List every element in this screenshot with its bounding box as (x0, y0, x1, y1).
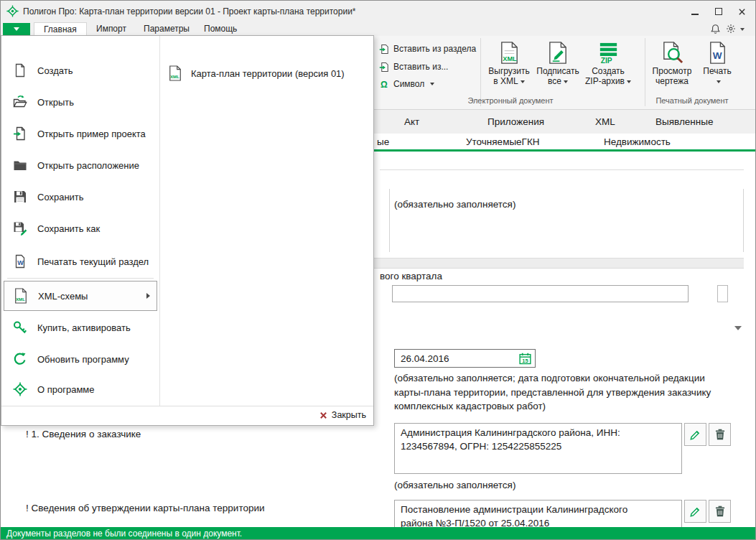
pencil-icon (689, 506, 701, 518)
label-line1: Подписать (536, 66, 579, 76)
group-label-electronic-document: Электронный документ (460, 96, 561, 105)
edit-customer-button[interactable] (684, 423, 706, 446)
approval-input[interactable]: Постановление администрации Калининградс… (394, 500, 682, 527)
label-line1: Создать (592, 66, 625, 76)
tab-clarified-gkn[interactable]: УточняемыеГКН (466, 136, 540, 147)
sign-document-icon (546, 41, 570, 65)
bell-icon[interactable] (710, 24, 721, 34)
ribbon-tab-home[interactable]: Главная (34, 22, 87, 36)
save-as-icon (13, 221, 27, 236)
zip-icon-label: ZIP (600, 57, 612, 65)
menu-item-about[interactable]: О программе (4, 373, 157, 405)
button-label: Просмотр чертежа (653, 66, 692, 86)
scroll-down-arrow-icon[interactable] (734, 326, 742, 330)
save-icon (13, 190, 27, 204)
submenu-item-map-plan[interactable]: XML Карта-план территории (версия 01) (168, 57, 369, 89)
dropdown-arrow-icon (521, 80, 525, 83)
export-xml-button[interactable]: XML Выгрузить в XML (486, 38, 532, 94)
tab-xml[interactable]: XML (595, 116, 615, 127)
menu-item-buy-activate[interactable]: Купить, активировать (4, 312, 157, 343)
calendar-icon[interactable]: 15 (519, 353, 531, 365)
xml-icon-label: XML (170, 74, 179, 79)
menu-item-open-location[interactable]: Открыть расположение (4, 149, 157, 181)
label-line1: Просмотр (653, 66, 692, 76)
button-label: Вставить из раздела (393, 44, 476, 54)
menu-item-print-current-section[interactable]: W Печатать текущий раздел (4, 246, 157, 277)
close-button[interactable] (730, 1, 754, 22)
gear-icon[interactable] (726, 24, 736, 34)
required-hint: (обязательно заполняется) (394, 199, 515, 210)
tab-real-estate[interactable]: Недвижимость (604, 136, 671, 147)
paste-from-button[interactable]: Вставить из... (379, 60, 448, 74)
tab-attachments[interactable]: Приложения (487, 116, 544, 127)
menu-item-xml-schemas[interactable]: XML XML-схемы (4, 281, 157, 311)
minimize-button[interactable] (683, 1, 706, 22)
window-title: Полигон Про: Карта-план территории верси… (23, 6, 356, 17)
menu-item-label: О программе (37, 384, 95, 395)
required-hint: (обязательно заполняется) (394, 480, 515, 490)
close-x-icon (319, 411, 327, 419)
group-label-printed-document: Печатный документ (642, 96, 742, 105)
delete-approval-button[interactable] (709, 500, 731, 523)
menu-item-open[interactable]: Открыть (4, 86, 157, 118)
divider (380, 169, 744, 170)
quarter-input[interactable] (392, 285, 689, 302)
xml-schemas-icon: XML (14, 288, 28, 304)
print-document-icon: W (13, 254, 27, 269)
omega-icon: Ω (379, 79, 390, 90)
create-zip-button[interactable]: ZIP Создать ZIP-архив (582, 38, 634, 94)
button-label: Печать (703, 66, 731, 86)
w-icon-label: W (712, 50, 722, 61)
menu-item-label: Открыть (37, 97, 74, 108)
ribbon-tab-row: Главная Импорт Параметры Помощь (1, 22, 755, 36)
label-line2: чертежа (655, 76, 689, 86)
ribbon-tab-import[interactable]: Импорт (87, 22, 136, 36)
label-line1: Выгрузить (488, 66, 530, 76)
menu-close-label: Закрыть (332, 410, 366, 420)
status-bar: Документы разделов не были соединены в о… (1, 527, 755, 540)
tab-act[interactable]: Акт (404, 116, 419, 127)
sign-all-button[interactable]: Подписать все (535, 38, 581, 94)
scrollbar-track[interactable] (743, 189, 744, 252)
xml-file-icon: XML (168, 65, 182, 81)
menu-item-open-example[interactable]: Открыть пример проекта (4, 118, 157, 149)
menu-close-button[interactable]: Закрыть (319, 410, 366, 420)
open-folder-icon (13, 95, 27, 109)
titlebar: Полигон Про: Карта-план территории верси… (1, 1, 755, 22)
maximize-button[interactable] (706, 1, 730, 22)
close-icon (738, 8, 746, 16)
paste-from-section-button[interactable]: Вставить из раздела (379, 42, 476, 56)
open-location-icon (13, 158, 27, 172)
menu-item-update-program[interactable]: Обновить программу (4, 343, 157, 375)
submenu-arrow-icon (146, 293, 150, 299)
symbol-button[interactable]: Ω Символ (379, 77, 434, 91)
menu-item-save[interactable]: Сохранить (4, 181, 157, 213)
delete-customer-button[interactable] (709, 423, 731, 446)
w-icon-label: W (17, 259, 24, 266)
field-scrollbar[interactable] (717, 285, 728, 302)
tab-partial[interactable]: ые (377, 136, 389, 147)
edit-approval-button[interactable] (684, 500, 706, 523)
file-menu-button[interactable] (3, 23, 30, 35)
chevron-down-icon (14, 27, 19, 31)
more-options-arrow-icon[interactable] (740, 28, 745, 31)
tab-identified[interactable]: Выявленные (655, 116, 713, 127)
menu-item-label: Сохранить (37, 192, 84, 202)
menu-item-save-as[interactable]: Сохранить как (4, 213, 157, 244)
print-button[interactable]: W Печать (699, 38, 736, 94)
export-xml-icon: XML (498, 41, 521, 65)
ribbon-tab-help[interactable]: Помощь (195, 22, 246, 36)
menu-item-label: Обновить программу (37, 354, 129, 365)
button-label: Подписать все (536, 66, 579, 86)
date-input[interactable]: 26.04.2016 15 (394, 349, 536, 368)
quarter-label: вого квартала (380, 271, 442, 281)
dropdown-arrow-icon (564, 80, 568, 83)
customer-input[interactable]: Администрация Калининградского района, И… (394, 423, 682, 474)
ribbon-tab-parameters[interactable]: Параметры (134, 22, 199, 36)
view-drawing-button[interactable]: Просмотр чертежа (648, 38, 696, 94)
new-document-icon (13, 63, 27, 78)
trash-icon (714, 429, 726, 440)
maximize-icon (715, 8, 722, 15)
button-label: Вставить из... (393, 62, 448, 72)
menu-item-create[interactable]: Создать (4, 55, 157, 86)
